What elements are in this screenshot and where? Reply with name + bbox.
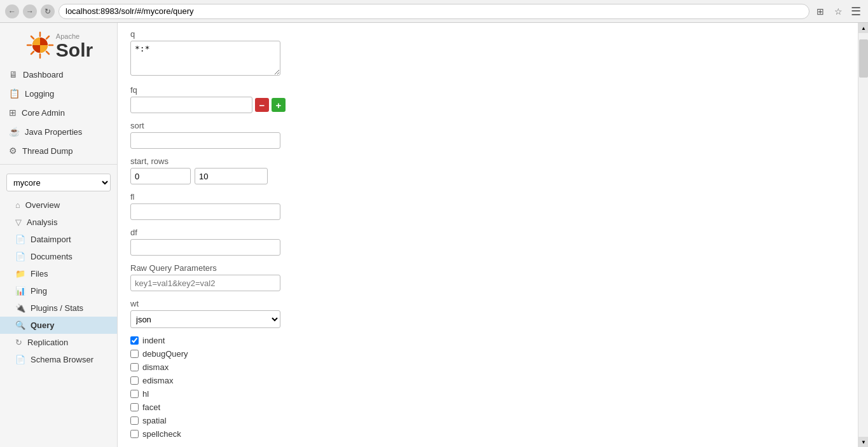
start-rows-label: start, rows (130, 156, 845, 166)
spellcheck-label[interactable]: spellcheck (142, 429, 181, 439)
sort-input[interactable] (130, 132, 280, 149)
thread-dump-icon: ⚙ (9, 146, 17, 156)
sidebar-item-java-properties[interactable]: ☕ Java Properties (0, 122, 117, 141)
spatial-checkbox-row: spatial (130, 416, 845, 425)
df-label: df (130, 228, 845, 237)
dashboard-icon: 🖥 (9, 69, 18, 79)
menu-button[interactable]: ☰ (849, 4, 863, 18)
fq-add-button[interactable]: + (272, 98, 286, 112)
spellcheck-checkbox-row: spellcheck (130, 429, 845, 439)
replication-icon: ↻ (15, 338, 22, 347)
spatial-checkbox[interactable] (130, 416, 139, 425)
indent-checkbox[interactable] (130, 336, 139, 345)
start-rows-inputs (130, 168, 845, 184)
sidebar-item-logging[interactable]: 📋 Logging (0, 84, 117, 103)
java-properties-icon: ☕ (9, 127, 20, 137)
scroll-thumb (859, 39, 868, 78)
solr-brand: Apache Solr (0, 23, 117, 65)
sidebar-item-plugins-stats[interactable]: 🔌 Plugins / Stats (0, 299, 117, 317)
start-input[interactable] (130, 168, 191, 184)
q-label: q (130, 29, 845, 39)
sidebar-item-label: Logging (25, 89, 54, 99)
fq-field-group: fq − + (130, 85, 845, 113)
debug-query-label[interactable]: debugQuery (142, 349, 188, 359)
indent-label[interactable]: indent (142, 336, 165, 345)
edismax-checkbox[interactable] (130, 376, 139, 385)
dismax-label[interactable]: dismax (142, 362, 169, 372)
scroll-down-button[interactable]: ▼ (858, 437, 868, 447)
fl-input[interactable] (130, 203, 280, 220)
sidebar-item-schema-browser[interactable]: 📄 Schema Browser (0, 351, 117, 368)
q-field-group: q *:* (130, 29, 845, 78)
dismax-checkbox-row: dismax (130, 362, 845, 372)
debug-query-checkbox-row: debugQuery (130, 349, 845, 359)
sidebar-item-label: Dataimport (31, 235, 71, 244)
ping-icon: 📊 (15, 286, 25, 296)
sidebar-item-label: Ping (31, 286, 47, 296)
solr-label: Solr (56, 41, 93, 60)
main-content: q *:* fq − + sort start, rows (118, 23, 858, 447)
facet-label[interactable]: facet (142, 402, 160, 412)
hl-checkbox[interactable] (130, 390, 139, 398)
sidebar-item-dashboard[interactable]: 🖥 Dashboard (0, 65, 117, 84)
raw-query-input[interactable] (130, 275, 280, 291)
fq-input[interactable] (130, 97, 252, 113)
overview-icon: ⌂ (15, 200, 20, 210)
wt-select[interactable]: json xml python ruby php csv (130, 310, 280, 328)
sidebar-divider (0, 164, 117, 165)
start-rows-group: start, rows (130, 156, 845, 184)
documents-icon: 📄 (15, 252, 25, 261)
spatial-label[interactable]: spatial (142, 416, 167, 425)
sidebar-item-label: Overview (25, 200, 60, 210)
sidebar-item-thread-dump[interactable]: ⚙ Thread Dump (0, 141, 117, 160)
indent-checkbox-row: indent (130, 336, 845, 345)
refresh-button[interactable]: ↻ (41, 4, 55, 18)
sort-field-group: sort (130, 121, 845, 149)
browser-chrome: ← → ↻ ⊞ ☆ ☰ (0, 0, 868, 23)
rows-input[interactable] (195, 168, 268, 184)
address-bar[interactable] (59, 4, 809, 19)
sidebar-item-dataimport[interactable]: 📄 Dataimport (0, 231, 117, 248)
back-button[interactable]: ← (5, 4, 19, 18)
screenshot-button[interactable]: ⊞ (813, 4, 827, 18)
app-container: Apache Solr 🖥 Dashboard 📋 Logging ⊞ Core… (0, 23, 868, 447)
q-input[interactable]: *:* (130, 41, 280, 76)
svg-line-6 (31, 52, 34, 54)
sidebar-item-label: Core Admin (22, 108, 65, 118)
sidebar-item-files[interactable]: 📁 Files (0, 265, 117, 282)
dismax-checkbox[interactable] (130, 363, 139, 371)
facet-checkbox[interactable] (130, 403, 139, 411)
sidebar-item-query[interactable]: 🔍 Query (0, 317, 117, 334)
wt-label: wt (130, 299, 845, 308)
sidebar-item-label: Java Properties (25, 127, 82, 137)
sidebar-item-analysis[interactable]: ▽ Analysis (0, 214, 117, 231)
debug-query-checkbox[interactable] (130, 350, 139, 358)
sidebar-item-ping[interactable]: 📊 Ping (0, 282, 117, 299)
edismax-checkbox-row: edismax (130, 376, 845, 385)
svg-line-2 (46, 36, 49, 39)
scroll-up-button[interactable]: ▲ (858, 23, 868, 33)
fl-field-group: fl (130, 192, 845, 220)
sidebar-item-label: Thread Dump (22, 146, 72, 156)
sidebar-item-replication[interactable]: ↻ Replication (0, 334, 117, 351)
scroll-track (858, 33, 868, 437)
forward-button[interactable]: → (23, 4, 37, 18)
fq-remove-button[interactable]: − (255, 98, 269, 112)
svg-line-8 (31, 36, 34, 39)
sidebar-item-overview[interactable]: ⌂ Overview (0, 196, 117, 214)
sidebar-item-label: Plugins / Stats (31, 303, 83, 313)
df-field-group: df (130, 228, 845, 256)
df-input[interactable] (130, 239, 280, 256)
sidebar-item-label: Query (31, 320, 55, 330)
spellcheck-checkbox[interactable] (130, 430, 139, 438)
query-icon: 🔍 (15, 320, 25, 330)
brand-text: Apache Solr (56, 31, 93, 60)
sidebar-item-label: Analysis (27, 217, 57, 227)
sidebar-item-documents[interactable]: 📄 Documents (0, 248, 117, 265)
hl-label[interactable]: hl (142, 389, 149, 399)
schema-browser-icon: 📄 (15, 355, 25, 364)
sidebar-item-core-admin[interactable]: ⊞ Core Admin (0, 103, 117, 122)
core-selector[interactable]: mycore (6, 174, 111, 191)
bookmark-button[interactable]: ☆ (831, 4, 845, 18)
edismax-label[interactable]: edismax (142, 376, 173, 385)
